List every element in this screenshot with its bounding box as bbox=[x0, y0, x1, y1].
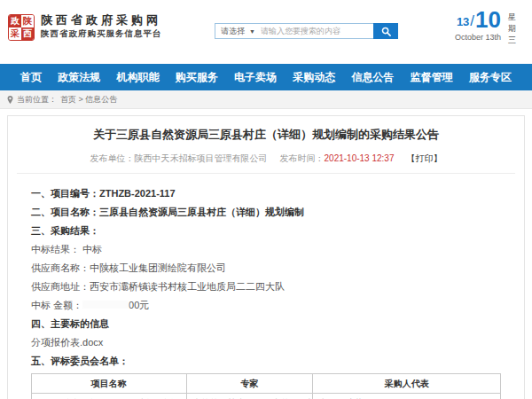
attachment-link[interactable]: 分项报价表.docx bbox=[31, 336, 501, 348]
article-title: 关于三原县自然资源局三原县村庄（详细）规划编制的采购结果公告 bbox=[8, 127, 524, 143]
nav-item-policies[interactable]: 政策法规 bbox=[58, 70, 100, 85]
bid-amount-line: 中标 金额：00元 bbox=[31, 299, 501, 311]
bid-amount-label: 中标 金额： bbox=[31, 300, 82, 310]
cell-purchaser-reps: 李磊、路井涛 bbox=[313, 394, 501, 399]
col-header-experts: 专家 bbox=[186, 374, 313, 394]
article-panel: 关于三原县自然资源局三原县村庄（详细）规划编制的采购结果公告 发布单位：陕西中天… bbox=[7, 115, 525, 399]
logo-char: 政 bbox=[9, 15, 21, 27]
date-block: 13 / 10 October 13th bbox=[446, 9, 501, 42]
col-header-project-name: 项目名称 bbox=[32, 374, 187, 394]
bid-amount-suffix: 00元 bbox=[129, 300, 149, 310]
nav-item-procurement-news[interactable]: 采购动态 bbox=[293, 70, 335, 85]
site-subtitle: 陕西省政府购买服务信息平台 bbox=[41, 28, 162, 40]
date-slash: / bbox=[469, 12, 475, 31]
search-icon bbox=[381, 27, 391, 36]
site-logo: 政 陕 采 西 bbox=[8, 14, 35, 41]
site-title: 陕西省政府采购网 bbox=[41, 12, 161, 28]
nav-item-announcements[interactable]: 信息公告 bbox=[351, 70, 394, 85]
supplier-name-line: 供应商名称：中陕核工业集团测绘院有限公司 bbox=[31, 262, 501, 274]
weekday-label: 星期三 bbox=[507, 12, 517, 46]
redacted-amount bbox=[82, 301, 129, 309]
logo-char: 采 bbox=[9, 27, 21, 40]
article-body: 一、项目编号：ZTHZB-2021-117 二、项目名称：三原县自然资源局三原县… bbox=[8, 174, 524, 399]
committee-table: 项目名称 专家 采购人代表 三原县自然资源局三原县村庄（详细）规划编制 崔芳芳、… bbox=[31, 373, 501, 399]
search-button[interactable] bbox=[373, 23, 398, 39]
date-english: October 13th bbox=[446, 33, 501, 42]
search-bar: 请选择 ▼ bbox=[215, 23, 398, 39]
cell-project-name: 三原县自然资源局三原县村庄（详细）规划编制 bbox=[32, 394, 187, 399]
publisher-label: 发布单位： bbox=[90, 153, 135, 163]
location-pin-icon bbox=[7, 96, 13, 104]
project-name-line: 二、项目名称：三原县自然资源局三原县村庄（详细）规划编制 bbox=[31, 206, 501, 218]
date-month: 10 bbox=[475, 9, 501, 31]
search-input[interactable] bbox=[261, 24, 373, 38]
bid-result-line: 中标结果： 中标 bbox=[31, 243, 501, 255]
date-day: 13 bbox=[457, 15, 469, 31]
breadcrumb-label: 当前位置： bbox=[17, 94, 57, 106]
search-select-label: 请选择 bbox=[221, 26, 245, 37]
table-header-row: 项目名称 专家 采购人代表 bbox=[32, 374, 501, 394]
supplier-address-line: 供应商地址：西安市灞桥镇读书村核工业地质局二二四大队 bbox=[31, 280, 501, 293]
project-number-line: 一、项目编号：ZTHZB-2021-117 bbox=[31, 187, 501, 200]
breadcrumb: 当前位置： 首页 > 信息公告 bbox=[0, 90, 532, 109]
committee-heading: 五、评标委员会名单： bbox=[31, 355, 501, 367]
print-button[interactable]: 【打印】 bbox=[406, 153, 442, 163]
main-nav: 首页 政策法规 机构职能 购买服务 电子卖场 采购动态 信息公告 监督管理 服务… bbox=[0, 64, 532, 90]
cell-experts: 崔芳芳、杜晓丽、魏晓英、吴枫彩、余杨文 bbox=[186, 394, 313, 399]
publisher-name: 陕西中天禾招标项目管理有限公司 bbox=[135, 153, 268, 163]
search-box: 请选择 ▼ bbox=[215, 23, 373, 39]
chevron-down-icon: ▼ bbox=[249, 28, 255, 35]
nav-item-functions[interactable]: 机构职能 bbox=[117, 70, 160, 85]
col-header-purchaser-reps: 采购人代表 bbox=[313, 374, 501, 394]
nav-item-supervision[interactable]: 监督管理 bbox=[411, 70, 453, 85]
nav-item-purchase-services[interactable]: 购买服务 bbox=[176, 70, 218, 85]
nav-item-e-marketplace[interactable]: 电子卖场 bbox=[234, 70, 277, 85]
publish-time-label: 发布时间： bbox=[280, 153, 325, 163]
nav-item-service-zone[interactable]: 服务专区 bbox=[469, 70, 512, 85]
article-meta: 发布单位：陕西中天禾招标项目管理有限公司发布时间：2021-10-13 12:3… bbox=[8, 153, 524, 165]
search-category-select[interactable]: 请选择 ▼ bbox=[215, 24, 261, 38]
breadcrumb-path[interactable]: 首页 > 信息公告 bbox=[60, 94, 117, 106]
procurement-result-heading: 三、采购结果： bbox=[31, 224, 501, 237]
date-numbers: 13 / 10 bbox=[446, 9, 501, 31]
table-row: 三原县自然资源局三原县村庄（详细）规划编制 崔芳芳、杜晓丽、魏晓英、吴枫彩、余杨… bbox=[32, 394, 501, 399]
nav-item-home[interactable]: 首页 bbox=[20, 70, 42, 85]
main-subject-heading: 四、主要标的信息 bbox=[31, 317, 501, 330]
logo-char: 陕 bbox=[21, 15, 34, 27]
publish-time: 2021-10-13 12:37 bbox=[325, 153, 395, 163]
page: 政 陕 采 西 陕西省政府采购网 陕西省政府购买服务信息平台 请选择 ▼ bbox=[0, 0, 532, 399]
logo-char: 西 bbox=[21, 27, 34, 40]
site-header: 政 陕 采 西 陕西省政府采购网 陕西省政府购买服务信息平台 请选择 ▼ bbox=[0, 0, 532, 64]
